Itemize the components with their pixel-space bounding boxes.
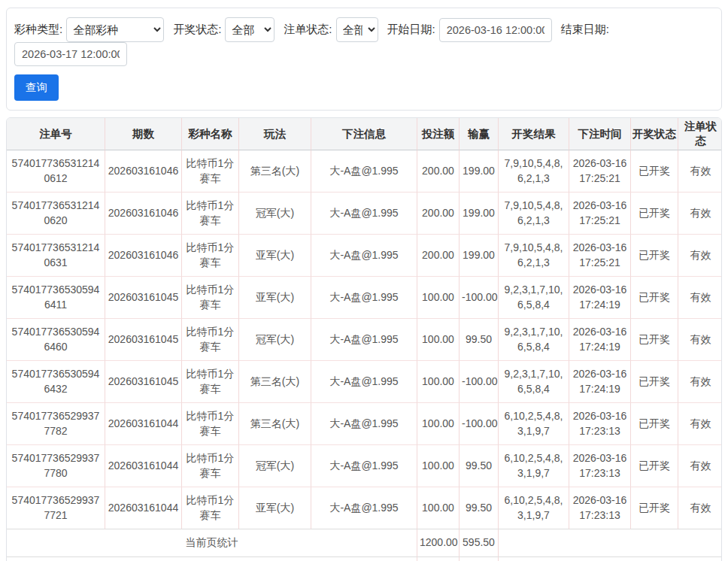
- table-cell: 比特币1分赛车: [182, 361, 239, 403]
- table-cell: 9,2,3,1,7,10,6,5,8,4: [499, 319, 569, 361]
- order-status-select[interactable]: 全部: [336, 17, 378, 42]
- table-cell: 有效: [678, 361, 722, 403]
- table-cell: 已开奖: [631, 403, 678, 445]
- table-cell: 已开奖: [631, 150, 678, 193]
- column-header: 期数: [105, 118, 182, 150]
- table-cell: 5740177365299377721: [7, 487, 105, 529]
- table-cell: 有效: [678, 319, 722, 361]
- lottery-type-select[interactable]: 全部彩种: [66, 17, 164, 42]
- column-header: 彩种名称: [182, 118, 239, 150]
- table-cell: 5740177365312140612: [7, 150, 105, 193]
- summary-bet-total: 1200.00: [417, 557, 460, 561]
- table-cell: 有效: [678, 277, 722, 319]
- table-cell: 99.50: [460, 445, 499, 487]
- draw-status-label: 开奖状态:: [173, 23, 221, 37]
- table-cell: 2026-03-16 17:24:19: [569, 277, 631, 319]
- table-cell: 第三名(大): [239, 403, 311, 445]
- table-cell: 6,10,2,5,4,8,3,1,9,7: [499, 487, 569, 529]
- table-cell: 有效: [678, 403, 722, 445]
- table-cell: 比特币1分赛车: [182, 445, 239, 487]
- summary-win-total: 595.50: [460, 529, 499, 557]
- table-row: 5740177365312140620202603161046比特币1分赛车冠军…: [7, 193, 722, 235]
- table-cell: 100.00: [417, 403, 460, 445]
- table-cell: -100.00: [460, 277, 499, 319]
- table-cell: 199.00: [460, 193, 499, 235]
- table-cell: 冠军(大): [239, 193, 311, 235]
- table-cell: 9,2,3,1,7,10,6,5,8,4: [499, 361, 569, 403]
- table-cell: 202603161045: [105, 277, 182, 319]
- table-cell: 大-A盘@1.995: [311, 150, 417, 193]
- table-cell: 202603161044: [105, 403, 182, 445]
- column-header: 开奖状态: [631, 118, 678, 150]
- column-header: 注单号: [7, 118, 105, 150]
- table-cell: 大-A盘@1.995: [311, 193, 417, 235]
- summary-empty-cell: [499, 529, 722, 557]
- table-cell: 100.00: [417, 361, 460, 403]
- table-row: 5740177365312140631202603161046比特币1分赛车亚军…: [7, 235, 722, 277]
- column-header: 开奖结果: [499, 118, 569, 150]
- table-cell: 5740177365305946411: [7, 277, 105, 319]
- table-cell: 2026-03-16 17:24:19: [569, 361, 631, 403]
- table-cell: 5740177365305946460: [7, 319, 105, 361]
- table-cell: 202603161046: [105, 235, 182, 277]
- table-row: 5740177365305946411202603161045比特币1分赛车亚军…: [7, 277, 722, 319]
- table-cell: 2026-03-16 17:23:13: [569, 403, 631, 445]
- summary-row: 当前页统计1200.00595.50: [7, 529, 722, 557]
- bets-table-panel: 注单号期数彩种名称玩法下注信息投注额输赢开奖结果下注时间开奖状态注单状态 574…: [6, 117, 722, 561]
- table-cell: 第三名(大): [239, 361, 311, 403]
- table-cell: 亚军(大): [239, 277, 311, 319]
- table-cell: 2026-03-16 17:25:21: [569, 235, 631, 277]
- table-cell: 大-A盘@1.995: [311, 361, 417, 403]
- table-cell: 200.00: [417, 235, 460, 277]
- column-header: 下注时间: [569, 118, 631, 150]
- table-row: 5740177365305946460202603161045比特币1分赛车冠军…: [7, 319, 722, 361]
- table-cell: 7,9,10,5,4,8,6,2,1,3: [499, 150, 569, 193]
- start-date-label: 开始日期:: [387, 23, 435, 37]
- table-cell: 100.00: [417, 445, 460, 487]
- search-button[interactable]: 查询: [14, 74, 59, 101]
- end-date-input[interactable]: [14, 42, 127, 66]
- table-cell: 6,10,2,5,4,8,3,1,9,7: [499, 403, 569, 445]
- table-cell: 已开奖: [631, 193, 678, 235]
- table-cell: 6,10,2,5,4,8,3,1,9,7: [499, 445, 569, 487]
- end-date-label: 结束日期:: [561, 23, 609, 37]
- table-cell: 7,9,10,5,4,8,6,2,1,3: [499, 193, 569, 235]
- draw-status-select[interactable]: 全部: [225, 17, 275, 42]
- summary-win-total: 595.50: [460, 557, 499, 561]
- table-cell: 7,9,10,5,4,8,6,2,1,3: [499, 235, 569, 277]
- filter-row: 彩种类型: 全部彩种 开奖状态: 全部 注单状态: 全部 开始日期: 结束日期:: [14, 17, 712, 66]
- table-cell: 100.00: [417, 277, 460, 319]
- table-cell: 202603161044: [105, 445, 182, 487]
- table-cell: 大-A盘@1.995: [311, 277, 417, 319]
- table-cell: 比特币1分赛车: [182, 235, 239, 277]
- summary-bet-total: 1200.00: [417, 529, 460, 557]
- table-cell: 5740177365312140620: [7, 193, 105, 235]
- table-row: 5740177365299377780202603161044比特币1分赛车冠军…: [7, 445, 722, 487]
- table-cell: 亚军(大): [239, 235, 311, 277]
- start-date-input[interactable]: [439, 18, 552, 42]
- table-row: 5740177365299377782202603161044比特币1分赛车第三…: [7, 403, 722, 445]
- table-cell: 比特币1分赛车: [182, 277, 239, 319]
- table-cell: -100.00: [460, 403, 499, 445]
- table-cell: 200.00: [417, 150, 460, 193]
- column-header: 投注额: [417, 118, 460, 150]
- column-header: 注单状态: [678, 118, 722, 150]
- table-cell: 已开奖: [631, 235, 678, 277]
- table-cell: 2026-03-16 17:23:13: [569, 487, 631, 529]
- table-cell: 比特币1分赛车: [182, 319, 239, 361]
- table-cell: 100.00: [417, 319, 460, 361]
- table-cell: 199.00: [460, 235, 499, 277]
- lottery-type-label: 彩种类型:: [14, 23, 62, 37]
- table-cell: 有效: [678, 235, 722, 277]
- table-cell: 已开奖: [631, 277, 678, 319]
- table-cell: 大-A盘@1.995: [311, 445, 417, 487]
- bets-table: 注单号期数彩种名称玩法下注信息投注额输赢开奖结果下注时间开奖状态注单状态 574…: [7, 118, 722, 561]
- table-cell: 100.00: [417, 487, 460, 529]
- table-cell: 2026-03-16 17:25:21: [569, 150, 631, 193]
- table-cell: 202603161045: [105, 361, 182, 403]
- table-cell: 比特币1分赛车: [182, 403, 239, 445]
- table-row: 5740177365299377721202603161044比特币1分赛车亚军…: [7, 487, 722, 529]
- table-cell: 202603161044: [105, 487, 182, 529]
- table-cell: 大-A盘@1.995: [311, 487, 417, 529]
- table-cell: -100.00: [460, 361, 499, 403]
